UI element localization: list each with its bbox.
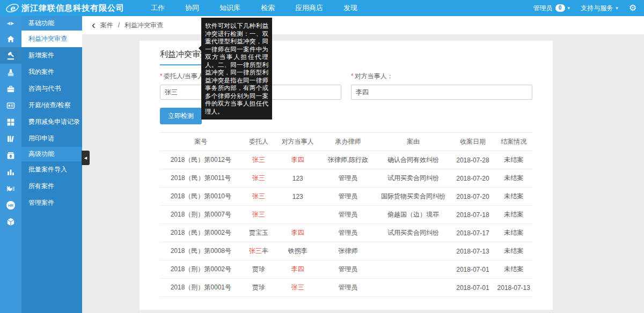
cause-cell: 偷越国（边）境罪: [376, 206, 450, 224]
briefcase-icon[interactable]: [0, 80, 21, 97]
sidebar-item-all-cases[interactable]: 所有案件: [21, 178, 82, 195]
table-row: 2018（民）第0008号 张三丰 铁拐李 张律师 2018-07-13 未结案: [160, 242, 532, 260]
sidebar-item-my-cases[interactable]: 我的案件: [21, 64, 82, 80]
col-opponent: 对方当事人: [275, 133, 320, 151]
box-upload-icon[interactable]: [0, 147, 21, 163]
date-cell: 2018-07-17: [450, 224, 495, 242]
section-advanced-functions[interactable]: 高级功能: [21, 147, 82, 161]
nav-search[interactable]: 检索: [251, 0, 285, 16]
client-cell: 张三: [242, 188, 275, 206]
lawyer-cell: 管理员: [320, 188, 376, 206]
lawyer-cell: 管理员: [320, 260, 376, 279]
nav-collaboration[interactable]: 协同: [175, 0, 209, 16]
company-name: 浙江律联信息科技有限公司: [21, 3, 125, 13]
notification-badge: 0: [555, 4, 565, 12]
svg-text:e: e: [10, 4, 16, 12]
section-basic-functions[interactable]: 基础功能: [21, 16, 82, 31]
opponent-cell: 李四: [275, 260, 320, 279]
date-cell: 2018-07-20: [450, 169, 495, 188]
case-no: 2018（民）第0002号: [160, 224, 242, 242]
books-icon[interactable]: [0, 130, 21, 147]
table-row: 2018（民）第0012号 张三 李四 张律师,陈行政 确认合同有效纠纷 201…: [160, 151, 532, 169]
collapse-left-icon: ◀: [84, 156, 87, 160]
table-row: 2018（民）第0010号 张三 123 管理员 国际货物买卖合同纠纷 2018…: [160, 188, 532, 206]
sidebar-item-hearing[interactable]: 开庭/侦查/检察: [21, 97, 82, 114]
id-card-icon[interactable]: [0, 97, 21, 114]
support-menu[interactable]: 支持与服务 ▾: [581, 4, 618, 13]
home-icon[interactable]: [0, 31, 21, 47]
nav-app-store[interactable]: 应用商店: [285, 0, 333, 16]
opponent-cell: [275, 206, 320, 224]
bar-chart-icon[interactable]: [0, 163, 21, 180]
breadcrumb-separator: /: [118, 21, 120, 29]
sidebar-item-batch-import[interactable]: 批量案件导入: [21, 161, 82, 178]
client-cell: 张三: [242, 169, 275, 188]
breadcrumb: ‹ 案件 / 利益冲突审查: [82, 16, 644, 34]
support-label: 支持与服务: [581, 4, 613, 13]
opponent-input[interactable]: [351, 85, 532, 100]
opponent-cell: 铁拐李: [275, 242, 320, 260]
cause-cell: [376, 260, 450, 279]
hr-icon[interactable]: HR: [0, 197, 21, 213]
status-cell: 未结案: [495, 169, 532, 188]
sidebar-item-conflict-review[interactable]: 利益冲突审查: [21, 31, 82, 47]
client-cell: 贾珍: [242, 260, 275, 279]
client-cell: 张三: [242, 206, 275, 224]
sidebar-collapse-tab[interactable]: ◀: [82, 151, 90, 165]
col-lawyer: 承办律师: [320, 133, 376, 151]
nav-knowledge-base[interactable]: 知识库: [209, 0, 251, 16]
gear-icon[interactable]: ⚙: [629, 4, 636, 12]
opponent-label: *对方当事人：: [351, 72, 532, 81]
case-no: 2018（民）第0012号: [160, 151, 242, 169]
status-cell: 未结案: [495, 151, 532, 169]
user-name: 管理员: [533, 4, 553, 13]
sidebar-item-manage-cases[interactable]: 管理案件: [21, 195, 82, 211]
date-cell: 2018-07-01: [450, 260, 495, 279]
breadcrumb-current: 利益冲突审查: [125, 21, 163, 30]
case-no: 2018（刑）第0001号: [160, 279, 242, 297]
date-cell: 2018-07-20: [450, 188, 495, 206]
cause-cell: 试用买卖合同纠纷: [376, 169, 450, 188]
opponent-cell: 李四: [275, 224, 320, 242]
cube-icon[interactable]: [0, 213, 21, 230]
nav-discover[interactable]: 发现: [333, 0, 368, 16]
case-no: 2018（民）第0011号: [160, 169, 242, 188]
lawyer-cell: 管理员: [320, 224, 376, 242]
top-nav: 工作 协同 知识库 检索 应用商店 发现: [141, 0, 368, 16]
client-cell: 张三丰: [242, 242, 275, 260]
opponent-cell: 123: [275, 169, 320, 188]
back-icon[interactable]: ‹: [92, 19, 96, 30]
nav-work[interactable]: 工作: [141, 0, 175, 16]
col-close-status: 结案情况: [495, 133, 532, 151]
tooltip-text: 软件可对以下几种利益冲突进行检测：一、双重代理型利益冲突，同一律师在同一案件中为…: [205, 23, 268, 115]
collapse-arrows-icon[interactable]: ◀ ▶: [0, 16, 21, 31]
lawyer-cell: 管理员: [320, 206, 376, 224]
stamp-icon[interactable]: [0, 64, 21, 80]
detect-now-button[interactable]: 立即检测: [160, 108, 202, 124]
topbar-right: 管理员 0 ▾ 支持与服务 ▾ ⚙: [533, 4, 636, 13]
lawyer-cell: 张律师: [320, 242, 376, 260]
sidebar-icon-strip: ◀ ▶: [0, 16, 21, 313]
grid-icon[interactable]: [0, 114, 21, 130]
client-cell: 贾宝玉: [242, 224, 275, 242]
arrow-right-icon: ▶: [11, 21, 14, 26]
opponent-cell: 张三: [275, 279, 320, 297]
required-mark: *: [160, 72, 163, 80]
pie-report-icon[interactable]: [0, 180, 21, 197]
col-accept-date: 收案日期: [450, 133, 495, 151]
app-logo-icon: e: [4, 2, 20, 14]
sidebar-item-seal-request[interactable]: 用印申请: [21, 130, 82, 147]
sidebar-item-new-case[interactable]: 新增案件: [21, 47, 82, 64]
gavel-icon[interactable]: [0, 47, 21, 64]
status-cell: 未结案: [495, 224, 532, 242]
top-bar: e 浙江律联信息科技有限公司 工作 协同 知识库 检索 应用商店 发现 管理员 …: [0, 0, 644, 16]
sidebar-item-consulting[interactable]: 咨询与代书: [21, 80, 82, 97]
arrow-left-icon: ◀: [7, 21, 11, 26]
user-menu[interactable]: 管理员 0 ▾: [533, 4, 570, 13]
status-cell: 未结案: [495, 188, 532, 206]
table-row: 2018（刑）第0001号 贾珍 张三 管理员 2018-07-01 2018-…: [160, 279, 532, 297]
case-no: 2018（民）第0010号: [160, 188, 242, 206]
breadcrumb-section[interactable]: 案件: [100, 21, 113, 30]
cause-cell: 确认合同有效纠纷: [376, 151, 450, 169]
sidebar-item-fee-waiver[interactable]: 费用减免申请记录: [21, 114, 82, 130]
